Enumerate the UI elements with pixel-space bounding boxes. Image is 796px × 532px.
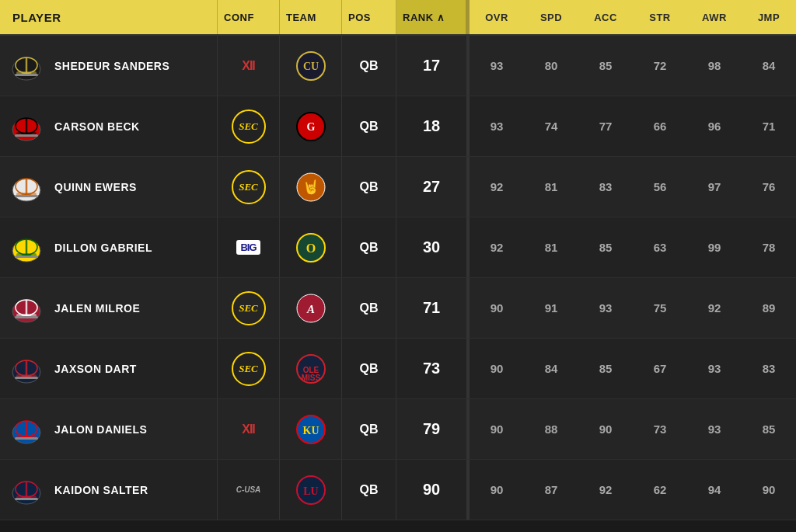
header-str[interactable]: STR [633, 0, 687, 34]
player-jmp: 90 [742, 460, 796, 520]
table-row[interactable]: CARSON BECK SEC G QB 18 93 74 77 66 96 7… [0, 96, 796, 157]
player-rank: 17 [396, 36, 466, 96]
player-team: KU [280, 399, 342, 459]
player-ovr: 90 [470, 278, 524, 338]
header-awr[interactable]: AWR [687, 0, 742, 34]
player-team: 🤘 [280, 157, 342, 217]
svg-rect-13 [15, 134, 38, 137]
player-spd: 74 [524, 96, 578, 156]
team-logo: A [295, 293, 326, 324]
player-awr: 96 [687, 96, 742, 156]
player-rank: 90 [396, 460, 466, 520]
player-pos: QB [342, 399, 396, 459]
player-rank: 73 [396, 339, 466, 398]
table-row[interactable]: SHEDEUR SANDERS XII CU QB 17 93 80 85 72… [0, 36, 796, 96]
player-spd: 91 [524, 278, 578, 338]
player-awr: 97 [687, 157, 742, 217]
table-row[interactable]: JAXSON DART SEC OLEMISS QB 73 90 84 85 6… [0, 339, 796, 399]
player-helmet [8, 169, 45, 206]
player-pos: QB [342, 217, 396, 277]
player-str: 56 [633, 157, 687, 217]
conf-badge-sec: SEC [232, 352, 266, 386]
svg-rect-21 [15, 195, 38, 197]
player-name: CARSON BECK [54, 120, 140, 133]
conf-badge-sec: SEC [232, 110, 266, 144]
header-acc[interactable]: ACC [578, 0, 633, 34]
player-jmp: 71 [742, 96, 796, 156]
team-logo: LU [295, 475, 326, 506]
player-conf: BIG [218, 217, 280, 277]
player-acc: 85 [578, 36, 633, 96]
table-row[interactable]: QUINN EWERS SEC 🤘 QB 27 92 81 83 56 97 7… [0, 157, 796, 217]
player-rank: 27 [396, 157, 466, 217]
player-jmp: 85 [742, 399, 796, 459]
team-logo: CU [295, 50, 326, 82]
player-helmet [8, 108, 45, 145]
player-name: KAIDON SALTER [54, 484, 148, 496]
player-cell: JALEN MILROE [0, 278, 218, 338]
player-acc: 83 [578, 157, 633, 217]
header-team[interactable]: TEAM [280, 0, 342, 34]
conf-badge-big12: XII [242, 59, 255, 73]
player-rank: 79 [396, 399, 466, 459]
table-row[interactable]: JALEN MILROE SEC A QB 71 90 91 93 75 92 … [0, 278, 796, 339]
player-str: 62 [633, 460, 687, 520]
player-helmet [8, 411, 45, 448]
header-jmp[interactable]: JMP [742, 0, 796, 34]
svg-text:A: A [305, 303, 314, 315]
player-ovr: 90 [470, 399, 524, 459]
player-awr: 99 [687, 217, 742, 277]
player-team: G [280, 96, 342, 156]
player-rank: 18 [396, 96, 466, 156]
player-jmp: 78 [742, 217, 796, 277]
table-row[interactable]: DILLON GABRIEL BIG O QB 30 92 81 85 63 9… [0, 217, 796, 278]
player-spd: 87 [524, 460, 578, 520]
header-pos[interactable]: POS [342, 0, 396, 34]
header-conf[interactable]: CONF [218, 0, 280, 34]
table-header: PLAYER CONF TEAM POS RANK ∧ OVR SPD ACC … [0, 0, 796, 36]
player-rank: 30 [396, 217, 466, 277]
svg-rect-29 [15, 256, 38, 258]
conf-badge-big12: XII [242, 422, 255, 436]
player-jmp: 83 [742, 339, 796, 398]
player-jmp: 89 [742, 278, 796, 338]
player-cell: SHEDEUR SANDERS [0, 36, 218, 96]
svg-rect-37 [15, 316, 38, 318]
player-cell: DILLON GABRIEL [0, 217, 218, 277]
player-ovr: 90 [470, 339, 524, 398]
player-ovr: 92 [470, 157, 524, 217]
player-team: O [280, 217, 342, 277]
header-ovr[interactable]: OVR [470, 0, 524, 34]
svg-text:LU: LU [303, 485, 318, 497]
player-str: 66 [633, 96, 687, 156]
player-pos: QB [342, 278, 396, 338]
player-helmet [8, 47, 45, 85]
player-ovr: 93 [470, 36, 524, 96]
player-pos: QB [342, 460, 396, 520]
table-row[interactable]: JALON DANIELS XII KU QB 79 90 88 90 73 9… [0, 399, 796, 460]
team-logo: G [295, 111, 326, 142]
player-jmp: 76 [742, 157, 796, 217]
player-helmet [8, 471, 45, 509]
team-logo: 🤘 [295, 172, 326, 203]
player-name: JAXSON DART [54, 363, 137, 375]
header-rank[interactable]: RANK ∧ [396, 0, 466, 34]
player-name: JALEN MILROE [54, 302, 140, 315]
svg-text:G: G [306, 121, 315, 133]
header-spd[interactable]: SPD [524, 0, 578, 34]
player-acc: 93 [578, 278, 633, 338]
player-conf: XII [218, 399, 280, 459]
player-conf: C-USA [218, 460, 280, 520]
player-cell: JAXSON DART [0, 339, 218, 398]
player-helmet [8, 229, 45, 266]
svg-text:OLEMISS: OLEMISS [301, 366, 320, 382]
player-awr: 94 [687, 460, 742, 520]
team-logo: KU [295, 414, 326, 445]
player-team: LU [280, 460, 342, 520]
player-jmp: 84 [742, 36, 796, 96]
table-row[interactable]: KAIDON SALTER C-USA LU QB 90 90 87 92 62… [0, 460, 796, 520]
player-acc: 85 [578, 339, 633, 398]
svg-text:O: O [305, 242, 315, 255]
player-cell: JALON DANIELS [0, 399, 218, 459]
player-cell: KAIDON SALTER [0, 460, 218, 520]
